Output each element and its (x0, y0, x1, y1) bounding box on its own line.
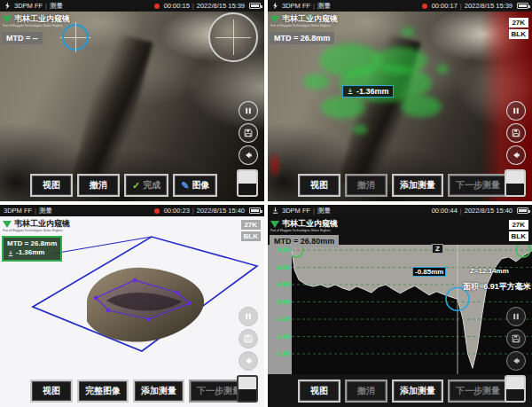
quad-view-grid: 3DPM FF | 测量 00:00:15 | 2022/8/15 15:39 … (0, 0, 532, 407)
menu-measure[interactable]: 测量 (317, 2, 331, 11)
side-controls (239, 101, 258, 165)
cursor-depth-label: -0.85mm (412, 267, 446, 277)
check-icon: ✓ (132, 180, 140, 192)
next-measurement-button[interactable]: 下一步测量 (448, 174, 508, 197)
badge-blk: BLK (509, 29, 528, 39)
battery-icon (249, 3, 261, 9)
status-bar: 3DPM FF | 测量 00:00:17 | 2022/8/15 15:39 (268, 0, 532, 12)
depth-icon (347, 88, 354, 95)
mtd-readout: MTD = -- (2, 32, 43, 44)
camera-viewport[interactable]: 韦林工业内窥镜 Part of Waygate Technologies, Ba… (268, 12, 532, 201)
brand-logo: 韦林工业内窥镜 Part of Waygate Technologies, Ba… (3, 218, 145, 237)
camera-viewport[interactable]: 韦林工业内窥镜 Part of Waygate Technologies, Ba… (0, 12, 264, 201)
depth-profile-chart[interactable] (292, 245, 532, 374)
full-image-label: 完整图像 (85, 385, 121, 397)
view-button[interactable]: 视图 (298, 380, 340, 403)
side-controls (506, 101, 526, 165)
record-timer: 00:00:23 (164, 207, 190, 215)
profile-viewport[interactable]: 韦林工业内窥镜 Part of Waygate Technologies, Ba… (268, 216, 532, 407)
status-bar: 3DPM FF | 测量 00:00:15 | 2022/8/15 15:39 (0, 0, 264, 12)
brand-subtitle: Part of Waygate Technologies, Baker Hugh… (3, 24, 146, 27)
next-measurement-button[interactable]: 下一步测量 (448, 380, 508, 403)
brand-triangle-icon (3, 16, 12, 23)
mtd-depth-readout: MTD = 26.8mm -1.36mm (2, 236, 62, 262)
pause-button[interactable] (506, 307, 526, 326)
divider: | (45, 2, 47, 10)
mode-label: 3DPM FF (4, 207, 32, 215)
split-screen-toggle[interactable] (505, 375, 526, 403)
record-timer: 00:00:17 (432, 2, 458, 10)
mtd-readout: MTD = 26.8mm (270, 32, 334, 44)
badge-blk: BLK (509, 231, 528, 241)
depth-measurement-tag[interactable]: -1.36mm (342, 85, 394, 98)
image-button[interactable]: ✎ 图像 (173, 174, 217, 197)
undo-button-label: 撤消 (357, 385, 375, 397)
add-measurement-button[interactable]: 添加测量 (392, 380, 443, 403)
area-label: 面积=6.91平方毫米 (463, 281, 531, 293)
menu-measure[interactable]: 测量 (317, 207, 331, 215)
record-indicator (154, 4, 160, 9)
view-button[interactable]: 视图 (30, 380, 73, 403)
depth-highlight-region (303, 74, 330, 90)
magnifier-inset (208, 12, 258, 62)
badge-27k: 27K (241, 220, 261, 230)
datetime: 2022/8/15 15:39 (197, 2, 245, 10)
side-controls (506, 307, 526, 371)
divider: | (35, 207, 36, 215)
brand-triangle-icon (3, 221, 12, 228)
y-axis-tick-label: -0.90 (276, 299, 290, 306)
depth-highlight-region (436, 65, 449, 74)
menu-measure[interactable]: 测量 (39, 207, 52, 215)
full-image-button[interactable]: 完整图像 (77, 380, 129, 403)
quadrant-point-cloud: 3DPM FF | 测量 00:00:23 | 2022/8/15 15:40 (0, 205, 264, 407)
quadrant-live-view: 3DPM FF | 测量 00:00:15 | 2022/8/15 15:39 … (0, 0, 264, 201)
side-controls (239, 307, 258, 371)
view-button[interactable]: 视图 (30, 174, 73, 197)
split-screen-toggle[interactable] (237, 375, 258, 403)
z-axis-tick-band: 0.00-0.30-0.60-0.90-1.20-1.50-1.80 (268, 245, 292, 374)
point-cloud-viewport[interactable]: 韦林工业内窥镜 Part of Waygate Technologies, Ba… (0, 216, 264, 407)
brand-subtitle: Part of Waygate Technologies, Baker Hugh… (270, 229, 414, 232)
undo-button-label: 撤消 (90, 179, 107, 192)
mode-label: 3DPM FF (282, 2, 310, 10)
save-button[interactable] (239, 329, 258, 348)
status-bar: 3DPM FF | 测量 00:00:23 | 2022/8/15 15:40 (0, 205, 264, 216)
brand-logo: 韦林工业内窥镜 Part of Waygate Technologies, Ba… (3, 13, 145, 32)
back-button[interactable] (506, 351, 526, 371)
pause-button[interactable] (506, 101, 526, 121)
next-measurement-label: 下一步测量 (197, 385, 241, 397)
back-button[interactable] (506, 145, 526, 165)
pause-button[interactable] (239, 101, 258, 121)
battery-icon (517, 207, 528, 214)
view-button[interactable]: 视图 (298, 174, 340, 197)
undo-button[interactable]: 撤消 (77, 174, 120, 197)
save-button[interactable] (239, 123, 258, 143)
split-screen-toggle[interactable] (505, 169, 526, 197)
save-button[interactable] (506, 123, 526, 143)
add-measurement-button[interactable]: 添加测量 (392, 174, 443, 197)
profile-length-label: Z=12.14mm (470, 267, 509, 275)
undo-button[interactable]: 撤消 (345, 380, 387, 403)
back-button[interactable] (239, 351, 258, 371)
datetime: 2022/8/15 15:39 (465, 2, 512, 10)
depth-highlight-region (374, 47, 427, 74)
add-measurement-button[interactable]: 添加测量 (133, 380, 184, 403)
undo-button[interactable]: 撤消 (345, 174, 387, 197)
back-button[interactable] (239, 145, 258, 165)
divider: | (313, 207, 315, 215)
mtd-readout: MTD = 26.80mm (270, 235, 339, 247)
quadrant-depth-profile: 3DPM FF | 测量 00:00:44 | 2022/8/15 15:40 … (268, 205, 532, 407)
pause-button[interactable] (239, 307, 258, 326)
status-badges: 27K BLK (241, 220, 261, 241)
badge-27k: 27K (509, 220, 528, 230)
done-button[interactable]: ✓ 完成 (124, 174, 168, 197)
datetime: 2022/8/15 15:40 (465, 207, 512, 215)
datetime: 2022/8/15 15:40 (197, 207, 245, 215)
mode-label: 3DPM FF (282, 207, 310, 215)
badge-blk: BLK (241, 231, 261, 241)
bottom-button-bar: 视图 完整图像 添加测量 下一步测量 (0, 375, 264, 407)
save-button[interactable] (506, 329, 526, 348)
menu-measure[interactable]: 测量 (50, 2, 63, 11)
badge-27k: 27K (509, 18, 528, 27)
split-screen-toggle[interactable] (237, 169, 258, 197)
